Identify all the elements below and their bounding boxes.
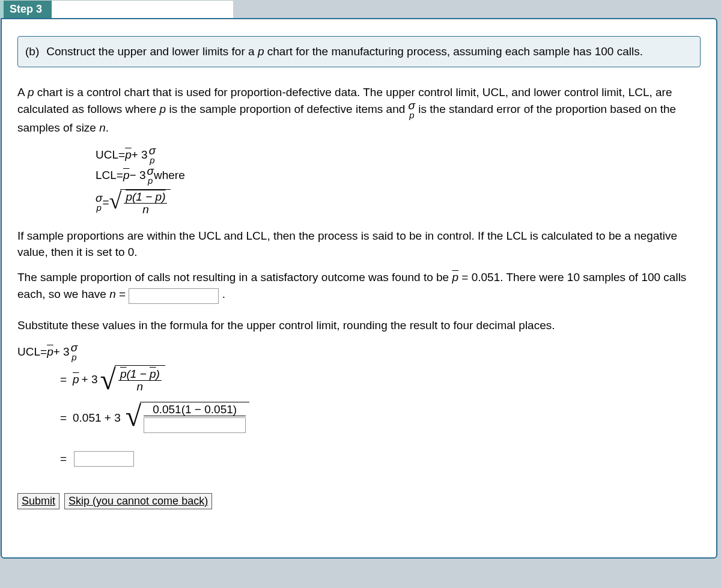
intro-paragraph: A p chart is a control chart that is use… [17, 84, 701, 136]
formula-block: UCL = p + 3 σ p LCL = p − 3 [96, 145, 701, 216]
substitute-paragraph: Substitute these values in the formula f… [17, 317, 701, 334]
explanation-body: A p chart is a control chart that is use… [17, 84, 701, 509]
radical-icon: √ [126, 402, 141, 434]
sigma-formula: σ p = √ p(1 − p) n [96, 189, 701, 216]
denominator-input[interactable] [144, 417, 246, 433]
submit-button[interactable]: Submit [17, 493, 59, 509]
sigma-pbar-symbol: σ p [409, 100, 415, 120]
question-label: (b) [25, 44, 39, 59]
question-text: Construct the upper and lower limits for… [46, 44, 693, 59]
lcl-formula: LCL = p − 3 σ p where [96, 165, 701, 186]
step-label: Step 3 [10, 3, 42, 15]
ucl-calculation: UCL = p + 3 σ p = p + 3 [17, 342, 701, 475]
ucl-formula: UCL = p + 3 σ p [96, 145, 701, 165]
values-paragraph: The sample proportion of calls not resul… [17, 269, 701, 304]
ucl-result-input[interactable] [74, 451, 134, 467]
calc-line-2: = p + 3 √ p(1 − p) n [53, 363, 701, 396]
calc-line-3: = 0.051 + 3 √ 0.051(1 − 0.051) [53, 402, 701, 434]
step-tab: Step 3 [0, 1, 52, 18]
radical-icon: √ [109, 189, 122, 216]
radical-icon: √ [100, 365, 116, 394]
action-bar: Submit Skip (you cannot come back) [17, 493, 701, 509]
n-input[interactable] [129, 288, 219, 304]
skip-button[interactable]: Skip (you cannot come back) [64, 493, 212, 509]
question-box: (b) Construct the upper and lower limits… [17, 36, 701, 67]
calc-line-4: = [53, 443, 701, 475]
in-control-paragraph: If sample proportions are within the UCL… [17, 228, 701, 261]
tab-tail [52, 0, 233, 18]
content-panel: (b) Construct the upper and lower limits… [1, 18, 717, 559]
